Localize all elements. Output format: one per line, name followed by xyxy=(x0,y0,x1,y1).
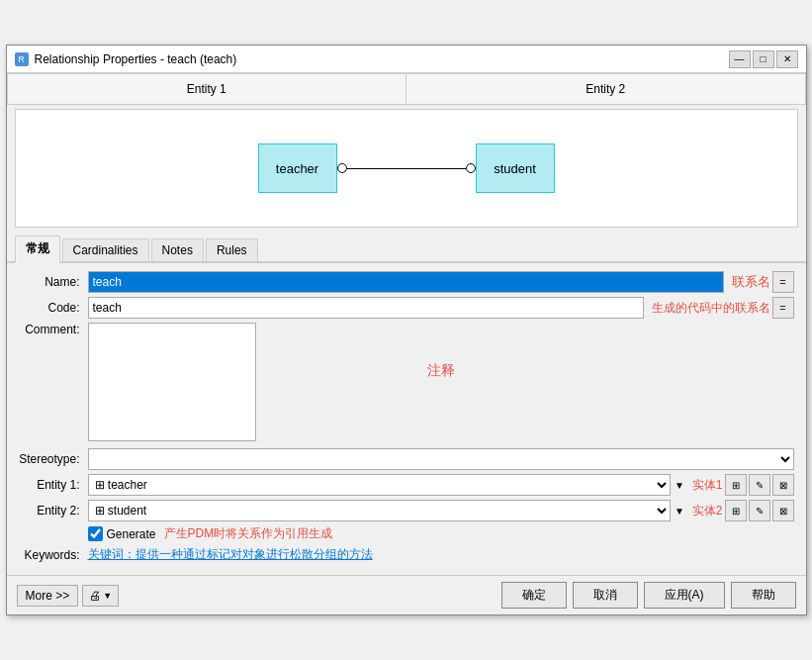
name-row: Name: 联系名 = xyxy=(19,271,794,293)
generate-label: Generate xyxy=(107,527,156,541)
entity2-icon-btn3[interactable]: ⊠ xyxy=(772,500,794,521)
generate-hint: 产生PDM时将关系作为引用生成 xyxy=(164,525,333,542)
connector-circle-left xyxy=(337,163,347,173)
comment-label: Comment: xyxy=(19,323,88,336)
keywords-link[interactable]: 关键词：提供一种通过标记对对象进行松散分组的方法 xyxy=(88,546,373,563)
entity1-select[interactable]: ⊞ teacher xyxy=(88,474,671,496)
close-button[interactable]: ✕ xyxy=(776,50,798,68)
generate-row: Generate 产生PDM时将关系作为引用生成 xyxy=(19,525,794,542)
name-eq-button[interactable]: = xyxy=(772,271,794,293)
entity-tab-1[interactable]: Entity 1 xyxy=(7,73,406,104)
code-label: Code: xyxy=(19,301,88,315)
entity2-icon-btn1[interactable]: ⊞ xyxy=(725,500,747,521)
diagram-inner: teacher student xyxy=(258,143,555,193)
name-input-wrap: 联系名 = xyxy=(88,271,794,293)
name-annotation: 联系名 xyxy=(732,273,770,291)
tab-rules[interactable]: Rules xyxy=(206,238,258,261)
tab-general[interactable]: 常规 xyxy=(15,236,60,263)
connector-circle-right xyxy=(466,163,476,173)
printer-icon: 🖨 xyxy=(89,589,101,603)
entity2-input-wrap: ⊞ student ▼ 实体2 ⊞ ✎ ⊠ xyxy=(88,500,794,521)
entity1-label: Entity 1: xyxy=(19,478,88,492)
entity-tabs: Entity 1 Entity 2 xyxy=(7,73,806,105)
entity2-row: Entity 2: ⊞ student ▼ 实体2 ⊞ ✎ ⊠ xyxy=(19,500,794,521)
stereotype-label: Stereotype: xyxy=(19,452,88,466)
entity2-label: Entity 2: xyxy=(19,504,88,518)
entity1-dropdown-arrow: ▼ xyxy=(675,480,684,491)
code-input[interactable] xyxy=(88,297,644,319)
help-button[interactable]: 帮助 xyxy=(731,582,796,609)
code-input-wrap: 生成的代码中的联系名 = xyxy=(88,297,794,319)
code-annotation: 生成的代码中的联系名 xyxy=(652,300,770,317)
minimize-button[interactable]: — xyxy=(729,50,751,68)
comment-textarea[interactable] xyxy=(88,323,256,441)
comment-wrapper: 注释 xyxy=(88,323,794,444)
more-button[interactable]: More >> xyxy=(17,585,79,607)
connector xyxy=(337,163,476,173)
print-dropdown-arrow: ▼ xyxy=(103,591,112,601)
entity1-icon-btn3[interactable]: ⊠ xyxy=(772,474,794,496)
keywords-row: Keywords: 关键词：提供一种通过标记对对象进行松散分组的方法 xyxy=(19,546,794,563)
comment-row: Comment: 注释 xyxy=(19,323,794,444)
stereotype-select[interactable] xyxy=(88,448,794,470)
apply-button[interactable]: 应用(A) xyxy=(644,582,725,609)
keywords-label: Keywords: xyxy=(19,548,88,562)
cancel-button[interactable]: 取消 xyxy=(573,582,638,609)
entity1-row: Entity 1: ⊞ teacher ▼ 实体1 ⊞ ✎ ⊠ xyxy=(19,474,794,496)
tab-cardinalities[interactable]: Cardinalities xyxy=(62,238,149,261)
bottom-left: More >> 🖨 ▼ xyxy=(17,585,120,607)
window-title: Relationship Properties - teach (teach) xyxy=(35,52,237,66)
entity2-annotation: 实体2 xyxy=(692,503,723,519)
titlebar-controls: — □ ✕ xyxy=(729,50,798,68)
entity1-annotation: 实体1 xyxy=(692,477,723,494)
ok-button[interactable]: 确定 xyxy=(501,582,567,609)
bottom-bar: More >> 🖨 ▼ 确定 取消 应用(A) 帮助 xyxy=(7,575,806,614)
name-label: Name: xyxy=(19,275,88,289)
property-tabs: 常规 Cardinalities Notes Rules xyxy=(7,232,806,263)
entity2-icon-btn2[interactable]: ✎ xyxy=(749,500,770,521)
diagram-area: teacher student xyxy=(15,109,798,228)
code-eq-button[interactable]: = xyxy=(772,297,794,319)
titlebar-left: R Relationship Properties - teach (teach… xyxy=(15,52,237,66)
window-icon: R xyxy=(15,52,29,66)
entity2-dropdown-arrow: ▼ xyxy=(675,506,684,517)
connector-line xyxy=(347,168,466,169)
code-row: Code: 生成的代码中的联系名 = xyxy=(19,297,794,319)
entity2-select[interactable]: ⊞ student xyxy=(88,500,671,521)
stereotype-input-wrap xyxy=(88,448,794,470)
name-input-container xyxy=(88,271,724,293)
diagram-entity1: teacher xyxy=(258,143,337,193)
titlebar: R Relationship Properties - teach (teach… xyxy=(7,46,806,73)
maximize-button[interactable]: □ xyxy=(753,50,774,68)
stereotype-row: Stereotype: xyxy=(19,448,794,470)
generate-checkbox[interactable] xyxy=(88,526,103,541)
diagram-entity2: student xyxy=(476,143,555,193)
name-input[interactable] xyxy=(88,271,724,293)
print-button[interactable]: 🖨 ▼ xyxy=(82,585,119,607)
entity1-icon-btn1[interactable]: ⊞ xyxy=(725,474,747,496)
entity1-input-wrap: ⊞ teacher ▼ 实体1 ⊞ ✎ ⊠ xyxy=(88,474,794,496)
main-window: R Relationship Properties - teach (teach… xyxy=(6,45,807,615)
tab-notes[interactable]: Notes xyxy=(151,238,204,261)
entity-tab-2[interactable]: Entity 2 xyxy=(406,73,806,104)
code-input-container xyxy=(88,297,644,319)
entity1-icon-btn2[interactable]: ✎ xyxy=(749,474,770,496)
form-area: Name: 联系名 = Code: 生成的代码中的联系名 = Comment xyxy=(7,263,806,575)
